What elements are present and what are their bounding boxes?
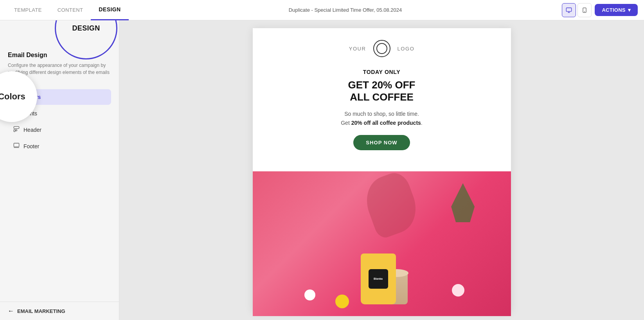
promo-subtext: So much to shop, so little time. Get 20%… [276, 110, 487, 127]
logo-circle [373, 40, 390, 57]
product-image: Blanka [253, 171, 511, 316]
sidebar-item-header[interactable]: Header [8, 122, 111, 138]
flower-yellow [335, 295, 349, 308]
desktop-view-button[interactable] [562, 3, 576, 17]
email-marketing-label: EMAIL MARKETING [17, 308, 65, 314]
back-icon: ← [8, 307, 14, 315]
shop-now-button[interactable]: SHOP NOW [353, 135, 410, 150]
header-icon [13, 126, 20, 134]
svg-rect-11 [16, 129, 17, 131]
logo-inner-circle [376, 43, 387, 54]
top-bar-actions: ACTIONS ▾ [562, 3, 638, 17]
leaf-shadow [359, 171, 423, 240]
preview-area[interactable]: YOUR LOGO TODAY ONLY GET 20% OFF ALL COF… [119, 20, 644, 320]
mobile-view-button[interactable] [577, 3, 592, 17]
svg-rect-10 [14, 129, 15, 131]
design-tab-label: DESIGN [72, 24, 100, 32]
sidebar-item-footer-label: Footer [23, 143, 39, 149]
promo-line2: ALL COFFEE [276, 91, 487, 103]
document-title: Duplicate - Special Limited Time Offer, … [129, 7, 562, 13]
promo-heading: GET 20% OFF ALL COFFEE [276, 79, 487, 103]
plant-green [451, 183, 475, 222]
colors-zoom-label: Colors [0, 92, 25, 102]
sidebar-item-header-label: Header [23, 127, 41, 133]
product-scene: Blanka [253, 171, 511, 316]
logo-logo-text: LOGO [398, 46, 415, 52]
email-marketing-back[interactable]: ← EMAIL MARKETING [0, 302, 119, 320]
tab-content[interactable]: CONTENT [50, 0, 91, 20]
svg-rect-12 [14, 143, 19, 147]
actions-button[interactable]: ACTIONS ▾ [595, 4, 638, 16]
top-bar: TEMPLATE CONTENT DESIGN Duplicate - Spec… [0, 0, 644, 20]
sidebar-item-footer[interactable]: Footer [8, 138, 111, 154]
promo-sub-line2: Get 20% off all coffee products. [276, 119, 487, 127]
today-only-text: TODAY ONLY [276, 69, 487, 75]
flower-white [304, 289, 315, 300]
svg-rect-9 [14, 126, 19, 128]
footer-icon [13, 142, 20, 150]
view-toggle-group [562, 3, 592, 17]
main-layout: DESIGN Colors Email Design Configure the… [0, 20, 644, 320]
email-preview: YOUR LOGO TODAY ONLY GET 20% OFF ALL COF… [253, 28, 511, 312]
logo-your-text: YOUR [349, 46, 366, 52]
tab-design[interactable]: DESIGN [91, 0, 128, 20]
promo-line1: GET 20% OFF [276, 79, 487, 91]
flower-white2 [452, 284, 464, 297]
promo-sub-line1: So much to shop, so little time. [276, 110, 487, 118]
email-logo-header: YOUR LOGO [253, 28, 511, 65]
email-body: TODAY ONLY GET 20% OFF ALL COFFEE So muc… [253, 65, 511, 171]
tab-group: TEMPLATE CONTENT DESIGN [6, 0, 129, 20]
sidebar: DESIGN Colors Email Design Configure the… [0, 20, 119, 320]
coffee-bag: Blanka [361, 253, 396, 304]
coffee-bag-label: Blanka [369, 269, 388, 289]
tab-template[interactable]: TEMPLATE [6, 0, 50, 20]
svg-rect-0 [567, 8, 572, 11]
coffee-bag-label-text: Blanka [374, 277, 383, 280]
